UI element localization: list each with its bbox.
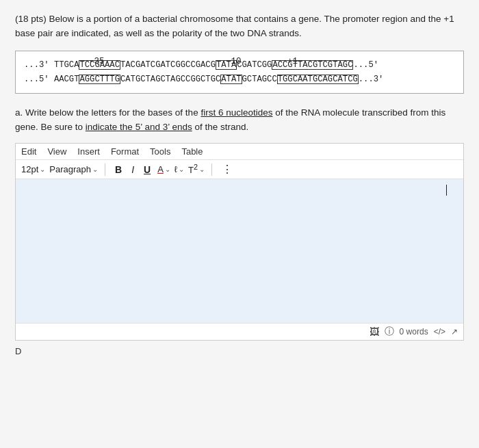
sub-a-text1: a. Write below the letters for the bases…	[15, 107, 200, 118]
strand5-box1: AGGCTTTG	[79, 75, 120, 84]
strand3-box1: TCCGAAAC	[79, 60, 120, 70]
dna-strand-3prime: ...3′ TTGCA TCCGAAAC TACGATCGATCGGCCGACG…	[24, 58, 455, 73]
paragraph-value: Paragraph	[49, 164, 91, 174]
editor-content-area[interactable]	[16, 179, 463, 323]
strand5-part1: AACGT	[54, 73, 79, 87]
status-bar: 🖼 ⓘ 0 words </> ↗	[16, 323, 463, 340]
sub-a-underline1: first 6 nucleotides	[200, 107, 272, 118]
highlight-label: ℓ	[174, 164, 177, 174]
image-icon[interactable]: 🖼	[370, 326, 379, 337]
strand3-end: ...5′	[353, 58, 378, 73]
dna-strand-5prime: ...5′ AACGT AGGCTTTG CATGCTAGCTAGCCGGCTG…	[24, 73, 455, 87]
bold-button[interactable]: B	[112, 163, 125, 176]
divider-1	[105, 163, 105, 176]
expand-icon[interactable]: ↗	[451, 327, 458, 337]
menu-insert[interactable]: Insert	[77, 146, 100, 157]
menu-table[interactable]: Table	[181, 146, 203, 157]
superscript-selector[interactable]: T2 ⌄	[188, 163, 205, 175]
superscript-label: T2	[188, 163, 198, 175]
font-color-chevron: ⌄	[165, 166, 170, 173]
toolbar: 12pt ⌄ Paragraph ⌄ B I U A ⌄ ℓ ⌄ T2 ⌄ ⋮	[16, 160, 463, 179]
menu-bar: Edit View Insert Format Tools Table	[16, 144, 463, 160]
strand5-end: ...3′	[359, 73, 384, 87]
font-size-selector[interactable]: 12pt ⌄	[21, 164, 45, 174]
highlight-chevron: ⌄	[179, 166, 184, 173]
font-color-label: A	[157, 164, 164, 174]
code-view-button[interactable]: </>	[434, 327, 445, 337]
sub-question-a: a. Write below the letters for the bases…	[15, 106, 464, 135]
dna-diagram: -35 -10 +1 ...3′ TTGCA TCCGAAAC TACGATCG…	[15, 51, 464, 94]
strand3-prefix: ...3′	[24, 58, 54, 73]
text-editor: Edit View Insert Format Tools Table 12pt…	[15, 143, 464, 341]
underline-button[interactable]: U	[141, 163, 153, 176]
paragraph-chevron: ⌄	[92, 166, 98, 173]
strand3-part3: CGATCGG	[237, 58, 272, 73]
menu-edit[interactable]: Edit	[21, 146, 36, 157]
font-color-selector[interactable]: A ⌄	[157, 164, 170, 174]
question-intro: (18 pts) Below is a portion of a bacteri…	[15, 12, 464, 41]
strand5-part3: GCTAGCC	[242, 73, 277, 87]
strand5-part2: CATGCTAGCTAGCCGGCTGC	[120, 73, 220, 87]
paragraph-selector[interactable]: Paragraph ⌄	[49, 164, 98, 174]
divider-2	[211, 163, 212, 176]
italic-button[interactable]: I	[129, 163, 137, 176]
font-size-chevron: ⌄	[40, 166, 45, 173]
text-cursor	[446, 185, 447, 196]
strand5-box3: TGGCAATGCAGCATCG	[277, 75, 359, 84]
strand3-part2: TACGATCGATCGGCCGACG	[120, 58, 216, 73]
sub-a-underline2: indicate the 5’ and 3’ ends	[86, 122, 192, 132]
strand3-box2: TATA	[216, 60, 237, 70]
strand5-prefix: ...5′	[24, 73, 54, 87]
font-size-value: 12pt	[21, 164, 38, 174]
info-icon[interactable]: ⓘ	[385, 326, 394, 338]
intro-text: (18 pts) Below is a portion of a bacteri…	[15, 14, 454, 38]
highlight-selector[interactable]: ℓ ⌄	[174, 164, 184, 174]
word-count: 0 words	[400, 327, 428, 337]
more-options-button[interactable]: ⋮	[222, 163, 233, 176]
strand5-box2: ATAT	[220, 75, 242, 84]
page-letter: D	[15, 346, 464, 356]
menu-view[interactable]: View	[47, 146, 66, 157]
strand3-part1: TTGCA	[54, 58, 79, 73]
menu-format[interactable]: Format	[111, 146, 139, 157]
sub-a-text3: of the strand.	[192, 122, 249, 132]
strand3-box3: ACCGTTACGTCGTAGC	[272, 60, 353, 70]
menu-tools[interactable]: Tools	[150, 146, 170, 157]
superscript-chevron: ⌄	[199, 166, 205, 173]
